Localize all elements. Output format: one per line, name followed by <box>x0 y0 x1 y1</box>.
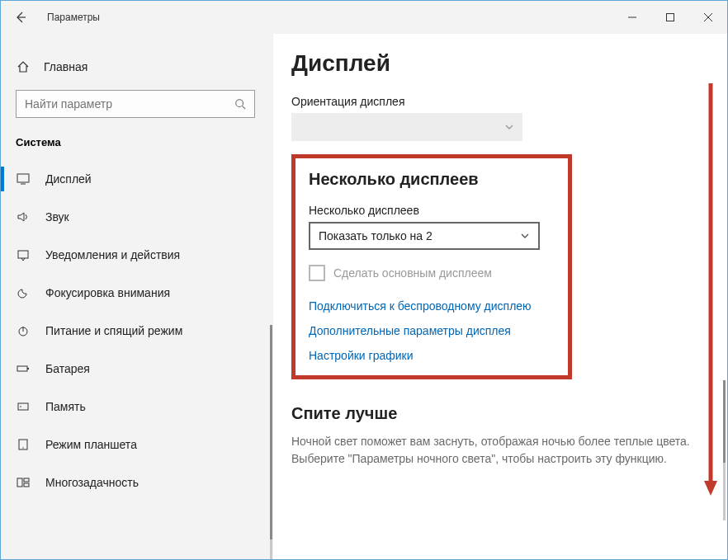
sidebar-item-power[interactable]: Питание и спящий режим <box>1 312 273 350</box>
page-title: Дисплей <box>291 50 709 77</box>
advanced-display-link[interactable]: Дополнительные параметры дисплея <box>309 324 555 337</box>
svg-marker-15 <box>704 481 717 496</box>
sidebar-scrollbar[interactable] <box>270 325 272 559</box>
svg-point-10 <box>22 447 23 448</box>
sidebar-item-storage[interactable]: Память <box>1 388 273 426</box>
svg-rect-6 <box>27 368 29 369</box>
multiple-displays-label: Несколько дисплеев <box>309 204 555 217</box>
window-body: Главная Система Дисплей <box>1 34 727 559</box>
notifications-icon <box>16 248 31 261</box>
multiple-displays-title: Несколько дисплеев <box>309 170 555 189</box>
battery-icon <box>16 362 31 375</box>
window-title: Параметры <box>40 12 100 23</box>
content-scrollbar[interactable] <box>723 380 726 520</box>
sidebar-item-label: Питание и спящий режим <box>45 324 182 337</box>
arrow-left-icon <box>14 11 27 24</box>
close-icon <box>704 13 712 21</box>
wireless-display-link[interactable]: Подключиться к беспроводному дисплею <box>309 299 555 313</box>
sleep-better-section: Спите лучше Ночной свет поможет вам засн… <box>291 404 709 468</box>
sidebar-item-label: Уведомления и действия <box>45 248 180 261</box>
orientation-dropdown[interactable] <box>291 113 522 141</box>
content: Дисплей Ориентация дисплея Несколько дис… <box>273 34 727 559</box>
sidebar-item-label: Фокусировка внимания <box>45 286 170 299</box>
search-input[interactable] <box>25 97 234 111</box>
svg-rect-3 <box>18 251 28 258</box>
multitask-icon <box>16 476 31 489</box>
make-main-display-label: Сделать основным дисплеем <box>333 266 492 280</box>
sidebar-item-label: Звук <box>45 210 69 224</box>
multiple-displays-value: Показать только на 2 <box>319 229 433 242</box>
sidebar-item-sound[interactable]: Звук <box>1 198 273 236</box>
orientation-label: Ориентация дисплея <box>291 95 709 108</box>
make-main-display-checkbox[interactable] <box>309 265 325 281</box>
power-icon <box>16 324 31 337</box>
svg-point-8 <box>20 406 21 407</box>
close-button[interactable] <box>689 1 727 34</box>
sidebar: Главная Система Дисплей <box>1 34 273 559</box>
titlebar: Параметры <box>1 1 727 34</box>
svg-point-1 <box>236 100 243 107</box>
settings-window: Параметры Главная <box>0 0 728 560</box>
focus-icon <box>16 286 31 299</box>
sidebar-item-display[interactable]: Дисплей <box>1 160 273 198</box>
graphics-settings-link[interactable]: Настройки графики <box>309 349 555 362</box>
sidebar-item-label: Многозадачность <box>45 476 139 489</box>
sidebar-scrollbar-thumb[interactable] <box>270 325 272 539</box>
svg-rect-13 <box>24 483 29 487</box>
search-box[interactable] <box>16 90 255 118</box>
content-scrollbar-thumb[interactable] <box>723 380 726 463</box>
search-icon <box>234 98 246 110</box>
display-icon <box>16 172 31 186</box>
chevron-down-icon <box>520 231 530 241</box>
sidebar-item-focus[interactable]: Фокусировка внимания <box>1 274 273 312</box>
chevron-down-icon <box>504 122 514 132</box>
sidebar-item-label: Батарея <box>45 362 90 375</box>
minimize-button[interactable] <box>613 1 651 34</box>
sidebar-item-battery[interactable]: Батарея <box>1 350 273 388</box>
svg-rect-7 <box>18 403 28 410</box>
home-icon <box>16 60 31 73</box>
multiple-displays-dropdown[interactable]: Показать только на 2 <box>309 222 540 250</box>
maximize-button[interactable] <box>651 1 689 34</box>
sleep-better-text: Ночной свет поможет вам заснуть, отображ… <box>291 433 696 468</box>
minimize-icon <box>628 13 636 21</box>
search-wrap <box>1 83 273 128</box>
sound-icon <box>16 210 31 224</box>
sidebar-item-label: Память <box>45 400 86 413</box>
sidebar-home[interactable]: Главная <box>1 50 273 83</box>
tablet-icon <box>16 438 31 451</box>
sidebar-item-multitask[interactable]: Многозадачность <box>1 464 273 501</box>
storage-icon <box>16 400 31 413</box>
back-button[interactable] <box>1 1 40 34</box>
sidebar-nav: Дисплей Звук Уведомления и действия Фоку… <box>1 160 273 559</box>
make-main-display-row: Сделать основным дисплеем <box>309 265 555 281</box>
sidebar-home-label: Главная <box>44 60 87 73</box>
sidebar-item-label: Дисплей <box>45 172 92 186</box>
maximize-icon <box>666 13 674 21</box>
svg-rect-12 <box>24 478 29 482</box>
svg-rect-2 <box>17 174 29 182</box>
svg-rect-11 <box>17 478 22 487</box>
svg-rect-0 <box>667 13 674 21</box>
multiple-displays-highlight: Несколько дисплеев Несколько дисплеев По… <box>291 154 572 379</box>
sidebar-category: Система <box>1 128 273 160</box>
sidebar-item-tablet[interactable]: Режим планшета <box>1 426 273 464</box>
sleep-better-title: Спите лучше <box>291 404 709 423</box>
svg-rect-5 <box>17 366 27 371</box>
sidebar-item-notifications[interactable]: Уведомления и действия <box>1 236 273 274</box>
window-controls <box>613 1 727 34</box>
sidebar-item-label: Режим планшета <box>45 438 137 451</box>
